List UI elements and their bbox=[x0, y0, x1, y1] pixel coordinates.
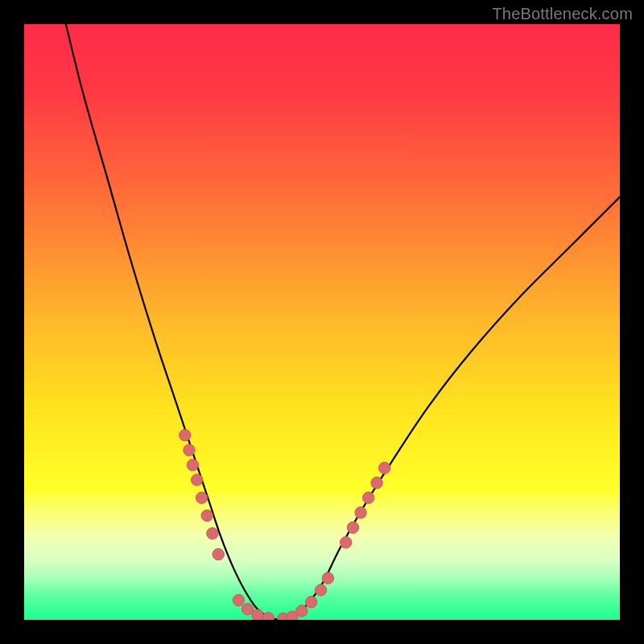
data-point bbox=[187, 459, 198, 470]
data-point bbox=[340, 537, 351, 548]
data-point bbox=[180, 429, 191, 440]
data-point bbox=[379, 462, 390, 473]
data-point bbox=[296, 605, 308, 617]
data-point bbox=[262, 613, 274, 620]
data-point bbox=[363, 492, 374, 503]
data-point bbox=[191, 474, 202, 485]
data-point bbox=[322, 572, 333, 584]
data-point bbox=[305, 597, 316, 608]
data-point bbox=[213, 548, 224, 559]
data-point bbox=[196, 492, 207, 503]
watermark-text: TheBottleneck.com bbox=[492, 5, 633, 23]
bottleneck-curve bbox=[66, 24, 620, 620]
data-point bbox=[184, 444, 195, 456]
plot-area bbox=[24, 24, 620, 620]
data-point bbox=[201, 510, 213, 521]
data-point bbox=[347, 522, 358, 533]
data-point bbox=[355, 507, 366, 518]
data-point bbox=[233, 594, 244, 605]
data-point bbox=[252, 609, 263, 620]
curve-layer bbox=[24, 24, 620, 620]
chart-frame: TheBottleneck.com bbox=[0, 0, 644, 644]
data-point bbox=[371, 477, 382, 489]
data-point bbox=[207, 528, 218, 539]
data-points bbox=[180, 429, 390, 620]
data-point bbox=[242, 603, 253, 614]
data-point bbox=[315, 584, 326, 596]
